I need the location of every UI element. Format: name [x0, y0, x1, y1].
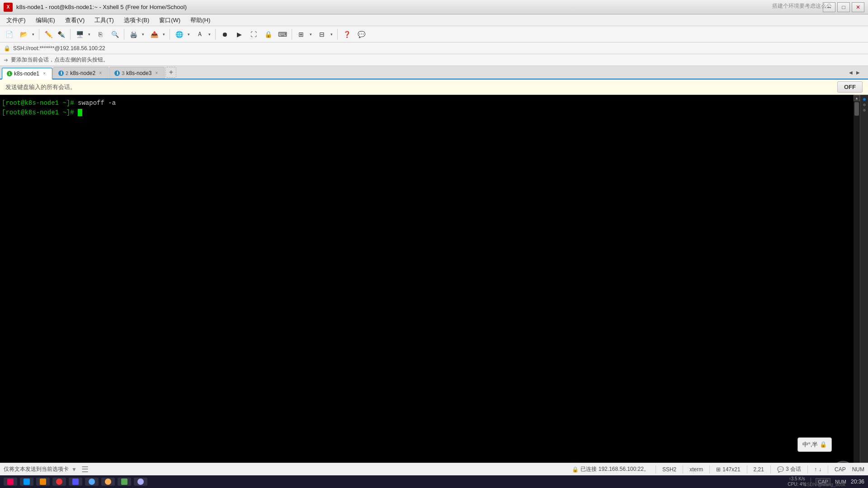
terminal-area: [root@k8s-node1 ~]# swapoff -a [root@k8s…	[0, 95, 868, 488]
taskbar-app-1[interactable]	[4, 478, 17, 486]
right-panel-strip	[860, 95, 868, 488]
taskbar-app-5[interactable]	[69, 478, 82, 486]
num-label: NUM	[852, 466, 864, 473]
tab-bar: 1 k8s-node1 × ℹ 2 k8s-node2 × ℹ 3 k8s-no…	[0, 66, 868, 80]
app1-icon	[7, 479, 14, 485]
strip-dot-1	[863, 103, 866, 106]
toolbar-font[interactable]: Ａ	[193, 28, 206, 41]
terminal-scrollbar[interactable]: ▲	[854, 95, 860, 488]
taskbar-app-7[interactable]	[101, 478, 115, 486]
menu-window[interactable]: 窗口(W)	[155, 15, 185, 25]
taskbar-app-8[interactable]	[118, 478, 131, 486]
app9-icon	[137, 479, 144, 485]
maximize-button[interactable]: □	[837, 2, 850, 12]
taskbar-time: 20:36	[851, 479, 864, 485]
toolbar-split[interactable]: ⊟	[316, 28, 328, 41]
toolbar-properties[interactable]: ✏️	[42, 28, 55, 41]
toolbar-fullscreen[interactable]: ⛶	[247, 28, 260, 41]
toolbar-split-dropdown[interactable]: ▾	[328, 28, 335, 41]
toolbar-copy-group: 🖥️ ▾	[73, 28, 92, 41]
toolbar-globe[interactable]: 🌐	[173, 28, 185, 41]
scrollbar-up-button[interactable]: ▲	[854, 95, 860, 101]
toolbar-record[interactable]: ⏺	[218, 28, 231, 41]
toolbar-properties-group: ✏️ ✒️	[42, 28, 67, 41]
toolbar-globe-dropdown[interactable]: ▾	[185, 28, 192, 41]
toolbar-layout-dropdown[interactable]: ▾	[307, 28, 314, 41]
menu-view[interactable]: 查看(V)	[61, 15, 89, 25]
tab-close-3[interactable]: ×	[153, 70, 160, 76]
menu-edit[interactable]: 编辑(E)	[31, 15, 60, 25]
toolbar-sep2	[70, 29, 71, 40]
add-tab-button[interactable]: +	[165, 67, 176, 78]
cap-label: CAP	[835, 466, 846, 473]
status-divider-2	[683, 465, 683, 474]
status-terminal: xterm	[689, 466, 703, 473]
toolbar-comment[interactable]: 💬	[355, 28, 368, 41]
app3-icon	[40, 479, 46, 485]
toolbar-transfer-dropdown[interactable]: ▾	[160, 28, 167, 41]
toolbar: 📄 📂 ▾ ✏️ ✒️ 🖥️ ▾ ⎘ 🔍 🖨️ ▾ 📤 ▾ 🌐 ▾	[0, 26, 868, 42]
arrow-down-icon: ↓	[819, 466, 821, 473]
app6-icon	[89, 479, 95, 485]
taskbar-app-9[interactable]	[134, 478, 147, 486]
tab-scroll-right[interactable]: ▶	[854, 68, 862, 77]
toolbar-kbd[interactable]: ⌨	[276, 28, 289, 41]
tab-scroll-left[interactable]: ◀	[847, 68, 854, 77]
hint-text: 要添加当前会话，点击左侧的箭头按钮。	[11, 56, 108, 64]
menu-file[interactable]: 文件(F)	[2, 15, 30, 25]
close-button[interactable]: ✕	[852, 2, 864, 12]
hint-arrow-icon: ➜	[4, 57, 8, 63]
address-bar: 🔒 SSH://root:*******@192.168.56.100:22	[0, 42, 868, 54]
status-size: ⊞ 147x21	[716, 466, 740, 473]
toolbar-new-session[interactable]: 📄	[3, 28, 15, 41]
toolbar-sep7	[337, 29, 338, 40]
status-arrows: ↑ ↓	[814, 466, 821, 473]
broadcast-off-button[interactable]: OFF	[837, 81, 863, 93]
sessions-text: 3 会话	[786, 465, 801, 473]
status-divider-3	[709, 465, 710, 474]
toolbar-help[interactable]: ❓	[340, 28, 353, 41]
toolbar-open-dropdown[interactable]: ▾	[30, 28, 36, 41]
toolbar-sep6	[292, 29, 292, 40]
scrollbar-thumb[interactable]	[854, 102, 859, 116]
taskbar-app-3[interactable]	[36, 478, 50, 486]
toolbar-print-dropdown[interactable]: ▾	[140, 28, 146, 41]
toolbar-monitor[interactable]: 🖥️	[73, 28, 86, 41]
toolbar-find[interactable]: 🔍	[108, 28, 121, 41]
tab-k8s-node3[interactable]: ℹ 3 k8s-node3 ×	[109, 67, 165, 79]
toolbar-lock[interactable]: 🔒	[262, 28, 274, 41]
toolbar-open[interactable]: 📂	[17, 28, 30, 41]
status-divider-1	[656, 465, 656, 474]
menu-help[interactable]: 帮助(H)	[186, 15, 215, 25]
toolbar-pencil2[interactable]: ✒️	[55, 28, 67, 41]
taskbar: ↑3.5 K/sCPU: 4% CAP NUM 20:36	[0, 475, 868, 488]
toolbar-copy[interactable]: ⎘	[94, 28, 107, 41]
toolbar-sep1	[39, 29, 39, 40]
toolbar-play[interactable]: ▶	[233, 28, 245, 41]
toolbar-new-tab[interactable]: ⊞	[295, 28, 307, 41]
toolbar-transfer[interactable]: 📤	[148, 28, 160, 41]
terminal-line-2: [root@k8s-node1 ~]#	[2, 108, 852, 117]
tab-close-2[interactable]: ×	[97, 70, 104, 76]
window-title: k8s-node1 - root@k8s-node1:~ - Xshell 5 …	[16, 4, 187, 10]
taskbar-app-6[interactable]	[85, 478, 99, 486]
status-dropdown-arrow[interactable]: ▼	[71, 466, 77, 473]
tab-k8s-node1[interactable]: 1 k8s-node1 ×	[2, 68, 52, 80]
title-bar-left: X k8s-node1 - root@k8s-node1:~ - Xshell …	[4, 3, 187, 12]
menu-tools[interactable]: 工具(T)	[90, 15, 118, 25]
toolbar-font-dropdown[interactable]: ▾	[206, 28, 212, 41]
tab-label-3: k8s-node3	[126, 70, 151, 76]
tab-close-1[interactable]: ×	[41, 70, 47, 77]
address-text: SSH://root:*******@192.168.56.100:22	[13, 45, 105, 52]
toolbar-print[interactable]: 🖨️	[127, 28, 140, 41]
tab-k8s-node2[interactable]: ℹ 2 k8s-node2 ×	[53, 67, 108, 79]
status-menu-icon[interactable]: ☰	[81, 465, 89, 474]
terminal-type-text: xterm	[689, 466, 703, 473]
status-broadcast-dropdown[interactable]: 仅将文本发送到当前选项卡 ▼ ☰	[4, 465, 566, 474]
terminal[interactable]: [root@k8s-node1 ~]# swapoff -a [root@k8s…	[0, 95, 854, 488]
taskbar-app-4[interactable]	[52, 478, 66, 486]
strip-dot-active	[863, 98, 866, 101]
menu-tabs[interactable]: 选项卡(B)	[119, 15, 154, 25]
taskbar-app-2[interactable]	[20, 478, 33, 486]
toolbar-monitor-dropdown[interactable]: ▾	[86, 28, 92, 41]
